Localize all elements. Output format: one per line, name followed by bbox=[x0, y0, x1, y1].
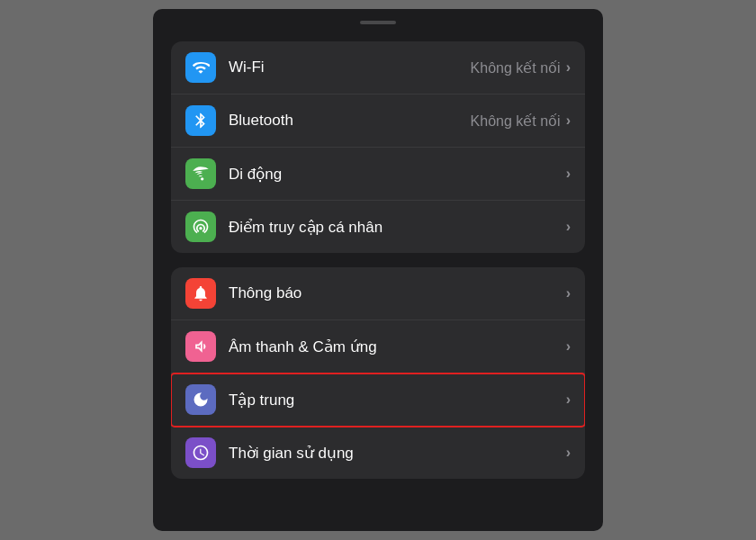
settings-group-system: Thông báo › Âm thanh & Cảm ứng › Tập tru… bbox=[171, 267, 585, 479]
wifi-row[interactable]: Wi-Fi Không kết nối › bbox=[171, 41, 585, 94]
top-indicator bbox=[360, 21, 396, 24]
hotspot-icon bbox=[192, 218, 210, 236]
hotspot-row[interactable]: Điểm truy cập cá nhân › bbox=[171, 201, 585, 253]
notification-label: Thông báo bbox=[229, 284, 566, 302]
hotspot-icon-wrap bbox=[185, 212, 216, 242]
mobile-icon-wrap bbox=[185, 158, 216, 189]
bluetooth-chevron: › bbox=[566, 112, 571, 129]
focus-moon-icon bbox=[192, 391, 210, 409]
wifi-value: Không kết nối bbox=[471, 59, 561, 76]
notification-icon-wrap bbox=[185, 278, 216, 309]
mobile-chevron: › bbox=[566, 166, 571, 182]
wifi-chevron: › bbox=[566, 59, 571, 76]
wifi-label: Wi-Fi bbox=[229, 58, 471, 76]
hotspot-chevron: › bbox=[566, 219, 571, 235]
notification-chevron: › bbox=[566, 285, 571, 302]
wifi-icon-wrap bbox=[185, 52, 216, 83]
notification-row[interactable]: Thông báo › bbox=[171, 267, 585, 320]
focus-chevron: › bbox=[566, 392, 571, 408]
settings-group-connectivity: Wi-Fi Không kết nối › Bluetooth Không kế… bbox=[171, 41, 585, 253]
sound-label: Âm thanh & Cảm ứng bbox=[229, 338, 566, 356]
sound-icon-wrap bbox=[185, 331, 216, 362]
phone-screen: Wi-Fi Không kết nối › Bluetooth Không kế… bbox=[153, 9, 603, 531]
bluetooth-label: Bluetooth bbox=[229, 112, 471, 130]
bluetooth-icon bbox=[192, 112, 210, 130]
bluetooth-icon-wrap bbox=[185, 105, 216, 136]
mobile-icon bbox=[192, 165, 210, 183]
notification-icon bbox=[192, 284, 210, 302]
bluetooth-row[interactable]: Bluetooth Không kết nối › bbox=[171, 94, 585, 148]
mobile-row[interactable]: Di động › bbox=[171, 148, 585, 201]
sound-row[interactable]: Âm thanh & Cảm ứng › bbox=[171, 320, 585, 374]
screentime-chevron: › bbox=[566, 445, 571, 461]
hotspot-label: Điểm truy cập cá nhân bbox=[229, 218, 561, 237]
top-bar bbox=[171, 18, 585, 27]
screentime-icon-wrap bbox=[185, 437, 216, 468]
wifi-icon bbox=[192, 58, 210, 76]
sound-chevron: › bbox=[566, 338, 571, 355]
mobile-label: Di động bbox=[229, 165, 561, 184]
focus-label: Tập trung bbox=[229, 391, 566, 410]
focus-icon-wrap bbox=[185, 384, 216, 415]
focus-row[interactable]: Tập trung › bbox=[171, 374, 585, 427]
bluetooth-value: Không kết nối bbox=[471, 112, 561, 130]
sound-icon bbox=[192, 338, 210, 356]
screentime-icon bbox=[192, 444, 210, 462]
screentime-row[interactable]: Thời gian sử dụng › bbox=[171, 427, 585, 479]
screentime-label: Thời gian sử dụng bbox=[229, 444, 566, 463]
svg-point-0 bbox=[201, 177, 203, 180]
